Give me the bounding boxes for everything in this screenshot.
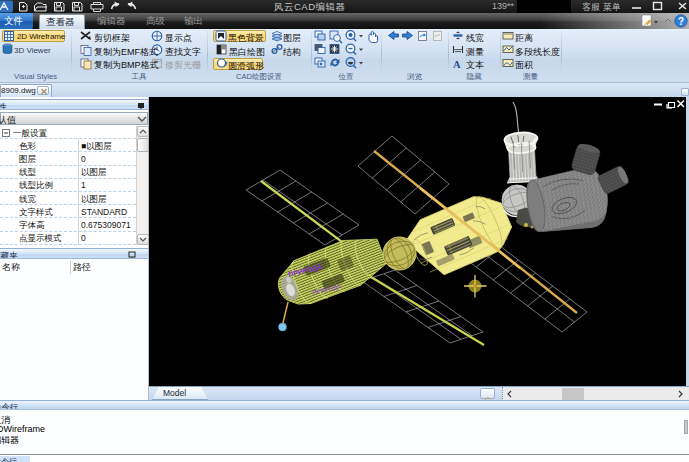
- svg-text:A: A: [453, 59, 461, 70]
- svg-text:?: ?: [678, 16, 684, 27]
